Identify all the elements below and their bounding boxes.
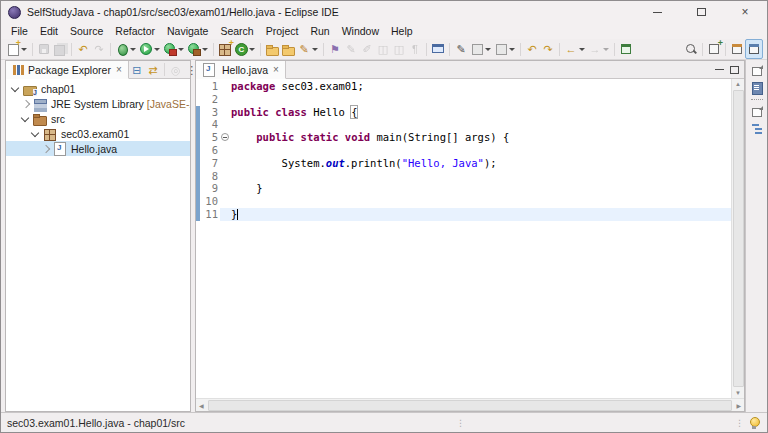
line-number[interactable]: 10 (202, 195, 220, 208)
perspective-java-button[interactable] (745, 39, 763, 59)
scroll-left-icon[interactable]: ◀ (196, 400, 207, 411)
next-edit-location-button[interactable]: ↷ (540, 40, 556, 58)
menu-refactor[interactable]: Refactor (109, 24, 161, 38)
notification-lightbulb-icon[interactable] (747, 416, 761, 430)
chevron-down-icon[interactable] (11, 83, 19, 91)
editor-horizontal-scrollbar[interactable]: ◀ ▶ (196, 398, 744, 411)
dropdown-arrow-icon[interactable] (249, 48, 255, 51)
menu-file[interactable]: File (5, 24, 34, 38)
dropdown-arrow-icon[interactable] (312, 48, 318, 51)
dropdown-arrow-icon[interactable] (154, 48, 160, 51)
tree-item-chap01[interactable]: chap01 (6, 81, 190, 96)
vertical-scroll-thumb[interactable] (733, 90, 744, 387)
line-number[interactable]: 9 (202, 182, 220, 195)
open-resource-button[interactable] (280, 40, 296, 58)
menu-edit[interactable]: Edit (34, 24, 64, 38)
editor-action-4-button[interactable]: ◫ (391, 40, 407, 58)
line-number[interactable]: 2 (202, 93, 220, 106)
save-all-button[interactable] (52, 40, 68, 58)
search-actions-button[interactable]: ✎ (296, 40, 320, 58)
scroll-down-icon[interactable]: ▼ (732, 388, 744, 398)
pin-editor-button[interactable] (618, 40, 634, 58)
search-button[interactable] (683, 40, 699, 58)
maximize-button[interactable] (679, 1, 723, 23)
dropdown-arrow-icon[interactable] (579, 48, 585, 51)
dropdown-arrow-icon[interactable] (509, 48, 515, 51)
dropdown-arrow-icon[interactable] (485, 48, 491, 51)
restore-task-list-button[interactable] (748, 62, 766, 79)
focus-on-active-task-button[interactable]: ◎ (168, 62, 184, 77)
previous-edit-location-button[interactable]: ↶ (524, 40, 540, 58)
chevron-right-icon[interactable] (42, 144, 50, 152)
new-java-class-button[interactable] (233, 40, 257, 58)
task-list-view-button[interactable] (748, 79, 766, 96)
close-button[interactable]: × (723, 1, 767, 23)
menu-window[interactable]: Window (336, 24, 385, 38)
tree-item-sec03-exam01[interactable]: sec03.exam01 (6, 126, 190, 141)
menu-source[interactable]: Source (64, 24, 109, 38)
horizontal-scroll-thumb[interactable] (208, 400, 733, 411)
save-button[interactable] (36, 40, 52, 58)
chevron-down-icon[interactable] (21, 113, 29, 121)
menu-project[interactable]: Project (260, 24, 305, 38)
line-number[interactable]: 3 (202, 106, 220, 119)
restore-outline-button[interactable] (748, 103, 766, 120)
scroll-right-icon[interactable]: ▶ (733, 400, 744, 411)
last-edit-location-button[interactable]: ✎ (453, 40, 469, 58)
editor-vertical-scrollbar[interactable]: ▲ ▼ (731, 79, 744, 398)
new-button[interactable] (5, 40, 29, 58)
editor-action-1-button[interactable]: ✎ (343, 40, 359, 58)
next-annotation-button[interactable] (469, 40, 493, 58)
line-number[interactable]: 4 (202, 118, 220, 131)
line-number[interactable]: 6 (202, 144, 220, 157)
menu-run[interactable]: Run (304, 24, 335, 38)
run-external-tools-button[interactable] (186, 40, 210, 58)
close-view-icon[interactable]: × (116, 64, 122, 75)
undo-button[interactable]: ↶ (75, 40, 91, 58)
toggle-mark-occurrences-button[interactable]: ⚑ (327, 40, 343, 58)
trim-drag-handle[interactable]: ⋮ (456, 418, 464, 428)
editor-action-3-button[interactable]: ◫ (375, 40, 391, 58)
dropdown-arrow-icon[interactable] (130, 48, 136, 51)
coverage-button[interactable] (162, 40, 186, 58)
menu-navigate[interactable]: Navigate (161, 24, 214, 38)
outline-view-button[interactable] (748, 120, 766, 137)
close-editor-icon[interactable]: × (273, 64, 279, 75)
line-number[interactable]: 8 (202, 170, 220, 183)
editor-action-2-button[interactable]: ✐ (359, 40, 375, 58)
run-button[interactable] (138, 40, 162, 58)
chevron-right-icon[interactable] (22, 99, 30, 107)
code-editor[interactable]: 1package sec03.exam01;23public class Hel… (196, 79, 731, 398)
line-number[interactable]: 1 (202, 80, 220, 93)
minimize-button[interactable] (635, 1, 679, 23)
package-explorer-tab[interactable]: Package Explorer × (6, 61, 129, 79)
trim-drag-handle-2[interactable]: ⋮ (735, 418, 743, 428)
line-number[interactable]: 7 (202, 157, 220, 170)
editor-tab-hello-java[interactable]: Hello.java × (196, 61, 286, 79)
menu-help[interactable]: Help (385, 24, 419, 38)
dropdown-arrow-icon[interactable] (603, 48, 609, 51)
menu-search[interactable]: Search (214, 24, 259, 38)
dropdown-arrow-icon[interactable] (21, 48, 27, 51)
open-console-button[interactable] (430, 40, 446, 58)
dropdown-arrow-icon[interactable] (178, 48, 184, 51)
back-button[interactable]: ← (563, 40, 587, 58)
minimize-editor-icon[interactable] (715, 69, 724, 70)
dropdown-arrow-icon[interactable] (202, 48, 208, 51)
line-number[interactable]: 11 (202, 208, 220, 221)
previous-annotation-button[interactable] (493, 40, 517, 58)
redo-button[interactable]: ↷ (91, 40, 107, 58)
collapse-fold-icon[interactable] (221, 133, 229, 141)
tree-item-hello-java[interactable]: Hello.java (6, 141, 190, 156)
chevron-down-icon[interactable] (31, 128, 39, 136)
tree-item-jre-system-library[interactable]: JRE System Library[JavaSE-21] (6, 96, 190, 111)
open-perspective-button[interactable] (706, 40, 722, 58)
debug-button[interactable] (114, 40, 138, 58)
tree-item-src[interactable]: src (6, 111, 190, 126)
scroll-up-icon[interactable]: ▲ (732, 79, 744, 89)
perspective-resource-button[interactable] (729, 40, 745, 58)
open-task-button[interactable] (264, 40, 280, 58)
maximize-editor-icon[interactable] (730, 66, 739, 74)
project-tree[interactable]: chap01JRE System Library[JavaSE-21]srcse… (6, 79, 190, 411)
forward-button[interactable]: → (587, 40, 611, 58)
